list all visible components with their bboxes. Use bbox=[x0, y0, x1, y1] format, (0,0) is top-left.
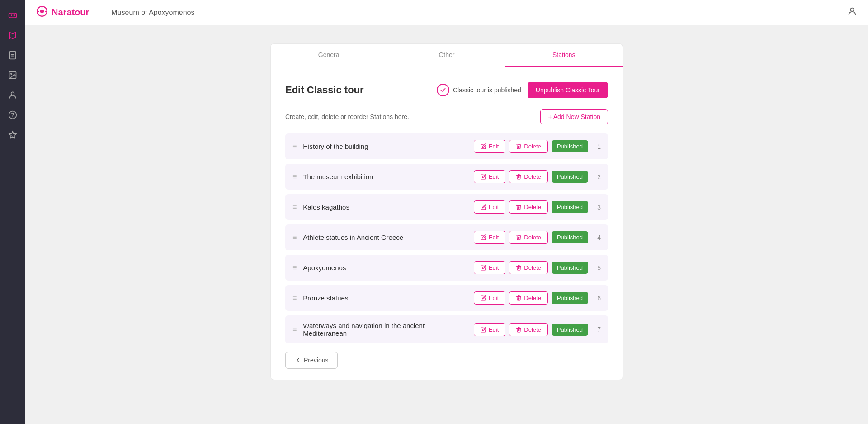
drag-handle-icon[interactable]: ≡ bbox=[292, 203, 296, 211]
published-badge: Published bbox=[552, 231, 588, 243]
sidebar-icon-image[interactable] bbox=[5, 67, 21, 83]
row-number: 6 bbox=[594, 295, 601, 302]
sidebar-icon-document[interactable] bbox=[5, 47, 21, 63]
drag-handle-icon[interactable]: ≡ bbox=[292, 173, 296, 181]
published-badge: Published bbox=[552, 140, 588, 152]
published-badge: Published bbox=[552, 201, 588, 213]
sidebar-icon-game[interactable] bbox=[5, 7, 21, 24]
tab-general[interactable]: General bbox=[271, 44, 388, 67]
edit-button[interactable]: Edit bbox=[474, 291, 505, 305]
delete-button[interactable]: Delete bbox=[509, 291, 548, 305]
edit-button[interactable]: Edit bbox=[474, 170, 505, 183]
row-number: 1 bbox=[594, 143, 601, 150]
unpublish-button[interactable]: Unpublish Classic Tour bbox=[528, 82, 608, 98]
stations-list: ≡ History of the building Edit Delete Pu… bbox=[285, 133, 608, 343]
edit-button[interactable]: Edit bbox=[474, 323, 505, 336]
stations-header: Create, edit, delete or reorder Stations… bbox=[285, 109, 608, 124]
card-title: Edit Classic tour bbox=[285, 84, 364, 96]
table-row: ≡ History of the building Edit Delete Pu… bbox=[285, 133, 608, 159]
topbar: Naratour Museum of Apoxyomenos bbox=[25, 0, 868, 25]
station-name: History of the building bbox=[303, 143, 468, 150]
table-row: ≡ Waterways and navigation in the ancien… bbox=[285, 315, 608, 343]
drag-handle-icon[interactable]: ≡ bbox=[292, 325, 296, 333]
drag-handle-icon[interactable]: ≡ bbox=[292, 264, 296, 272]
sidebar-icon-user[interactable] bbox=[5, 87, 21, 103]
station-name: Bronze statues bbox=[303, 294, 468, 302]
station-name: The museum exhibition bbox=[303, 173, 468, 181]
brand-name: Naratour bbox=[52, 7, 89, 18]
table-row: ≡ The museum exhibition Edit Delete Publ… bbox=[285, 164, 608, 190]
logo-icon bbox=[36, 5, 48, 20]
published-badge: Published bbox=[552, 171, 588, 183]
sidebar-icon-flag[interactable] bbox=[5, 27, 21, 43]
delete-button[interactable]: Delete bbox=[509, 200, 548, 214]
content: General Other Stations Edit Classic tour… bbox=[25, 25, 868, 424]
svg-rect-0 bbox=[9, 13, 17, 18]
row-number: 7 bbox=[594, 326, 601, 333]
svg-point-13 bbox=[850, 8, 854, 11]
user-icon[interactable] bbox=[847, 6, 857, 19]
published-status-text: Classic tour is published bbox=[453, 86, 521, 94]
card-header-right: Classic tour is published Unpublish Clas… bbox=[437, 82, 608, 98]
row-number: 3 bbox=[594, 204, 601, 211]
delete-button[interactable]: Delete bbox=[509, 323, 548, 336]
previous-button[interactable]: Previous bbox=[285, 352, 338, 369]
station-name: Kalos kagathos bbox=[303, 203, 468, 211]
svg-rect-3 bbox=[9, 52, 15, 59]
edit-button[interactable]: Edit bbox=[474, 261, 505, 274]
row-actions: Edit Delete Published bbox=[474, 140, 588, 153]
drag-handle-icon[interactable]: ≡ bbox=[292, 233, 296, 242]
table-row: ≡ Athlete statues in Ancient Greece Edit… bbox=[285, 224, 608, 250]
delete-button[interactable]: Delete bbox=[509, 170, 548, 183]
add-station-button[interactable]: + Add New Station bbox=[540, 109, 608, 124]
row-actions: Edit Delete Published bbox=[474, 200, 588, 214]
row-actions: Edit Delete Published bbox=[474, 323, 588, 336]
station-name: Apoxyomenos bbox=[303, 264, 468, 272]
svg-point-12 bbox=[40, 9, 44, 13]
table-row: ≡ Apoxyomenos Edit Delete Published bbox=[285, 255, 608, 281]
table-row: ≡ Bronze statues Edit Delete Published bbox=[285, 285, 608, 311]
delete-button[interactable]: Delete bbox=[509, 231, 548, 244]
card-header: Edit Classic tour Classic tour is publis… bbox=[285, 82, 608, 98]
delete-button[interactable]: Delete bbox=[509, 261, 548, 274]
row-number: 2 bbox=[594, 173, 601, 181]
row-actions: Edit Delete Published bbox=[474, 291, 588, 305]
edit-button[interactable]: Edit bbox=[474, 140, 505, 153]
tab-other[interactable]: Other bbox=[388, 44, 505, 67]
edit-button[interactable]: Edit bbox=[474, 200, 505, 214]
table-row: ≡ Kalos kagathos Edit Delete Published bbox=[285, 194, 608, 220]
published-badge: Published bbox=[552, 324, 588, 336]
stations-description: Create, edit, delete or reorder Stations… bbox=[285, 113, 409, 120]
svg-point-2 bbox=[14, 15, 15, 16]
published-status: Classic tour is published bbox=[437, 84, 521, 96]
station-name: Waterways and navigation in the ancient … bbox=[303, 322, 468, 337]
sidebar bbox=[0, 0, 25, 424]
row-number: 4 bbox=[594, 234, 601, 241]
svg-point-7 bbox=[11, 73, 12, 75]
edit-button[interactable]: Edit bbox=[474, 231, 505, 244]
logo: Naratour bbox=[36, 5, 89, 20]
main-area: Naratour Museum of Apoxyomenos General O… bbox=[25, 0, 868, 424]
row-actions: Edit Delete Published bbox=[474, 231, 588, 244]
topbar-divider bbox=[100, 6, 100, 19]
drag-handle-icon[interactable]: ≡ bbox=[292, 143, 296, 151]
museum-name: Museum of Apoxyomenos bbox=[111, 9, 194, 17]
published-badge: Published bbox=[552, 262, 588, 274]
delete-button[interactable]: Delete bbox=[509, 140, 548, 153]
tabs: General Other Stations bbox=[270, 43, 623, 67]
sidebar-icon-help[interactable] bbox=[5, 107, 21, 123]
row-number: 5 bbox=[594, 264, 601, 272]
check-circle-icon bbox=[437, 84, 449, 96]
row-actions: Edit Delete Published bbox=[474, 170, 588, 183]
published-badge: Published bbox=[552, 292, 588, 304]
svg-point-8 bbox=[11, 92, 14, 95]
sidebar-icon-badge[interactable] bbox=[5, 127, 21, 143]
tab-stations[interactable]: Stations bbox=[505, 44, 623, 67]
row-actions: Edit Delete Published bbox=[474, 261, 588, 274]
edit-card: Edit Classic tour Classic tour is publis… bbox=[270, 67, 623, 380]
station-name: Athlete statues in Ancient Greece bbox=[303, 233, 468, 241]
drag-handle-icon[interactable]: ≡ bbox=[292, 294, 296, 302]
